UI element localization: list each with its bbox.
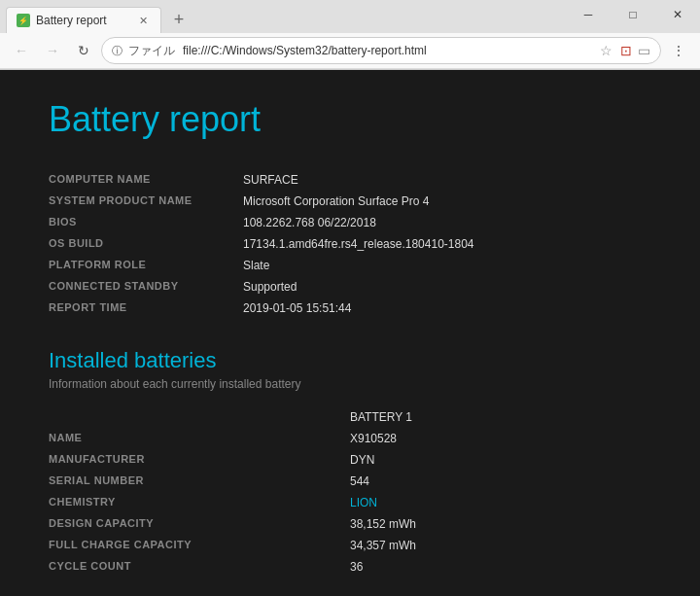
battery-value: 544 (350, 471, 651, 492)
info-label: PLATFORM ROLE (49, 255, 243, 276)
info-value: Microsoft Corporation Surface Pro 4 (243, 191, 651, 212)
battery-label: NAME (49, 428, 350, 449)
info-icon: ⓘ (112, 44, 122, 58)
system-info-row: REPORT TIME2019-01-05 15:51:44 (49, 298, 651, 319)
battery-value: 34,357 mWh (350, 535, 651, 556)
system-info-table: COMPUTER NAMESURFACESYSTEM PRODUCT NAMEM… (49, 169, 651, 319)
active-tab[interactable]: ⚡ Battery report ✕ (6, 7, 161, 33)
system-info-row: OS BUILD17134.1.amd64fre.rs4_release.180… (49, 233, 651, 255)
battery-info-row: CHEMISTRYLION (49, 492, 651, 513)
battery-label: SERIAL NUMBER (49, 471, 350, 492)
tab-favicon: ⚡ (17, 14, 30, 27)
file-label: ファイル (128, 43, 175, 59)
minimize-button[interactable]: ─ (566, 0, 611, 29)
battery-table: BATTERY 1 NAMEX910528MANUFACTURERDYNSERI… (49, 406, 651, 578)
maximize-button[interactable]: □ (611, 0, 655, 29)
battery-value: LION (350, 492, 651, 513)
batteries-section: Installed batteries Information about ea… (49, 348, 651, 578)
back-button[interactable]: ← (8, 37, 35, 64)
battery-label: CYCLE COUNT (49, 556, 350, 578)
battery-value: DYN (350, 449, 651, 471)
info-label: BIOS (49, 212, 243, 233)
battery-info-row: MANUFACTURERDYN (49, 449, 651, 471)
new-tab-button[interactable]: + (165, 6, 192, 33)
batteries-section-title: Installed batteries (49, 348, 651, 373)
bookmark-icon[interactable]: ☆ (600, 43, 612, 58)
battery-info-row: CYCLE COUNT36 (49, 556, 651, 578)
system-info-row: COMPUTER NAMESURFACE (49, 169, 651, 191)
info-value: SURFACE (243, 169, 651, 191)
battery-column-header: BATTERY 1 (350, 406, 651, 428)
page-title: Battery report (49, 99, 651, 140)
battery-info-row: FULL CHARGE CAPACITY34,357 mWh (49, 535, 651, 556)
cast-icon[interactable]: ⊡ (620, 43, 632, 58)
info-value: 17134.1.amd64fre.rs4_release.180410-1804 (243, 233, 651, 255)
page-content: Battery report COMPUTER NAMESURFACESYSTE… (0, 70, 700, 596)
info-label: COMPUTER NAME (49, 169, 243, 191)
info-value: 2019-01-05 15:51:44 (243, 298, 651, 319)
close-button[interactable]: ✕ (655, 0, 700, 29)
info-label: SYSTEM PRODUCT NAME (49, 191, 243, 212)
info-value: Supported (243, 276, 651, 298)
battery-label: CHEMISTRY (49, 492, 350, 513)
tab-close-button[interactable]: ✕ (135, 13, 151, 28)
battery-value: X910528 (350, 428, 651, 449)
battery-label: FULL CHARGE CAPACITY (49, 535, 350, 556)
info-label: OS BUILD (49, 233, 243, 255)
refresh-button[interactable]: ↻ (70, 37, 97, 64)
battery-value: 38,152 mWh (350, 513, 651, 535)
battery-label: MANUFACTURER (49, 449, 350, 471)
system-info-row: SYSTEM PRODUCT NAMEMicrosoft Corporation… (49, 191, 651, 212)
address-text: file:///C:/Windows/System32/battery-repo… (183, 44, 594, 57)
info-value: 108.2262.768 06/22/2018 (243, 212, 651, 233)
battery-info-row: NAMEX910528 (49, 428, 651, 449)
info-label: REPORT TIME (49, 298, 243, 319)
tab-title: Battery report (36, 14, 129, 27)
screen-mirror-icon[interactable]: ▭ (638, 43, 650, 58)
battery-label: DESIGN CAPACITY (49, 513, 350, 535)
battery-info-row: DESIGN CAPACITY38,152 mWh (49, 513, 651, 535)
system-info-row: CONNECTED STANDBYSupported (49, 276, 651, 298)
info-label: CONNECTED STANDBY (49, 276, 243, 298)
battery-value: 36 (350, 556, 651, 578)
address-bar[interactable]: ⓘ ファイル file:///C:/Windows/System32/batte… (101, 37, 661, 64)
system-info-row: PLATFORM ROLESlate (49, 255, 651, 276)
menu-button[interactable]: ⋮ (665, 37, 692, 64)
forward-button[interactable]: → (39, 37, 66, 64)
system-info-row: BIOS108.2262.768 06/22/2018 (49, 212, 651, 233)
info-value: Slate (243, 255, 651, 276)
system-info-section: COMPUTER NAMESURFACESYSTEM PRODUCT NAMEM… (49, 169, 651, 319)
batteries-section-subtitle: Information about each currently install… (49, 377, 651, 391)
battery-info-row: SERIAL NUMBER544 (49, 471, 651, 492)
